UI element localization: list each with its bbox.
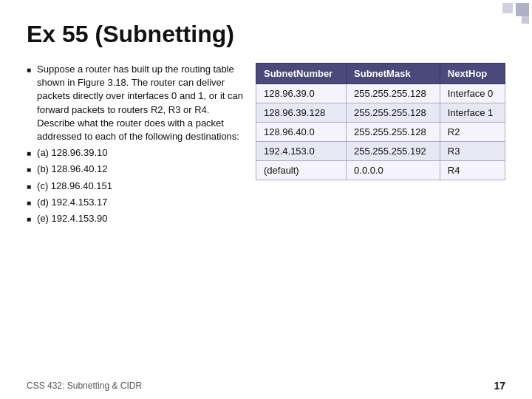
table-cell: R2 bbox=[440, 123, 505, 142]
list-item: ■(c) 128.96.40.151 bbox=[27, 180, 248, 193]
page-title: Ex 55 (Subnetting) bbox=[27, 21, 505, 48]
bullet-icon: ■ bbox=[27, 165, 31, 175]
footer: CSS 432: Subnetting & CIDR 17 bbox=[0, 380, 532, 392]
bullet-icon: ■ bbox=[27, 198, 31, 208]
col-header-next-hop: NextHop bbox=[440, 64, 505, 84]
table-cell: 0.0.0.0 bbox=[347, 161, 440, 180]
table-cell: 255.255.255.128 bbox=[347, 123, 440, 142]
table-row: 128.96.39.128255.255.255.128Interface 1 bbox=[256, 103, 505, 123]
table-cell: 128.96.39.0 bbox=[256, 84, 347, 103]
list-item-text: (a) 128.96.39.10 bbox=[37, 146, 248, 160]
table-row: 128.96.39.0255.255.255.128Interface 0 bbox=[256, 84, 505, 103]
table-cell: 128.96.39.128 bbox=[256, 103, 347, 123]
table-row: 192.4.153.0255.255.255.192R3 bbox=[256, 142, 505, 161]
list-item: ■(a) 128.96.39.10 bbox=[27, 146, 248, 160]
footer-center: CSS 432: Subnetting & CIDR bbox=[27, 381, 142, 391]
table-cell: 255.255.255.192 bbox=[347, 142, 440, 161]
table-row: (default)0.0.0.0R4 bbox=[256, 161, 505, 180]
bullet-icon: ■ bbox=[27, 214, 31, 225]
table-cell: 128.96.40.0 bbox=[256, 123, 347, 142]
table-cell: 192.4.153.0 bbox=[256, 142, 347, 161]
table-cell: R4 bbox=[440, 161, 505, 180]
table-cell: R3 bbox=[440, 142, 505, 161]
page-number: 17 bbox=[494, 380, 505, 392]
bullet-icon: ■ bbox=[27, 182, 31, 192]
table-cell: Interface 1 bbox=[440, 103, 505, 123]
corner-decoration bbox=[473, 0, 532, 30]
list-item: ■(b) 128.96.40.12 bbox=[27, 163, 248, 176]
list-item-text: Suppose a router has built up the routin… bbox=[37, 63, 248, 143]
list-item: ■(e) 192.4.153.90 bbox=[27, 212, 248, 225]
list-item-text: (c) 128.96.40.151 bbox=[37, 180, 248, 193]
col-header-subnet-number: SubnetNumber bbox=[256, 64, 347, 84]
right-column: SubnetNumber SubnetMask NextHop 128.96.3… bbox=[256, 63, 505, 228]
table-cell: 255.255.255.128 bbox=[347, 103, 440, 123]
table-cell: 255.255.255.128 bbox=[347, 84, 440, 103]
bullet-icon: ■ bbox=[27, 149, 31, 159]
routing-table: SubnetNumber SubnetMask NextHop 128.96.3… bbox=[256, 63, 505, 180]
table-cell: (default) bbox=[256, 161, 347, 180]
list-item: ■Suppose a router has built up the routi… bbox=[27, 63, 248, 143]
list-item-text: (b) 128.96.40.12 bbox=[37, 163, 248, 176]
left-column: ■Suppose a router has built up the routi… bbox=[27, 63, 256, 228]
list-item-text: (d) 192.4.153.17 bbox=[37, 196, 248, 209]
bullet-icon: ■ bbox=[27, 65, 31, 75]
col-header-subnet-mask: SubnetMask bbox=[347, 64, 440, 84]
table-cell: Interface 0 bbox=[440, 84, 505, 103]
table-row: 128.96.40.0255.255.255.128R2 bbox=[256, 123, 505, 142]
list-item: ■(d) 192.4.153.17 bbox=[27, 196, 248, 209]
table-body: 128.96.39.0255.255.255.128Interface 0128… bbox=[256, 84, 505, 180]
bullet-list: ■Suppose a router has built up the routi… bbox=[27, 63, 248, 225]
list-item-text: (e) 192.4.153.90 bbox=[37, 212, 248, 225]
